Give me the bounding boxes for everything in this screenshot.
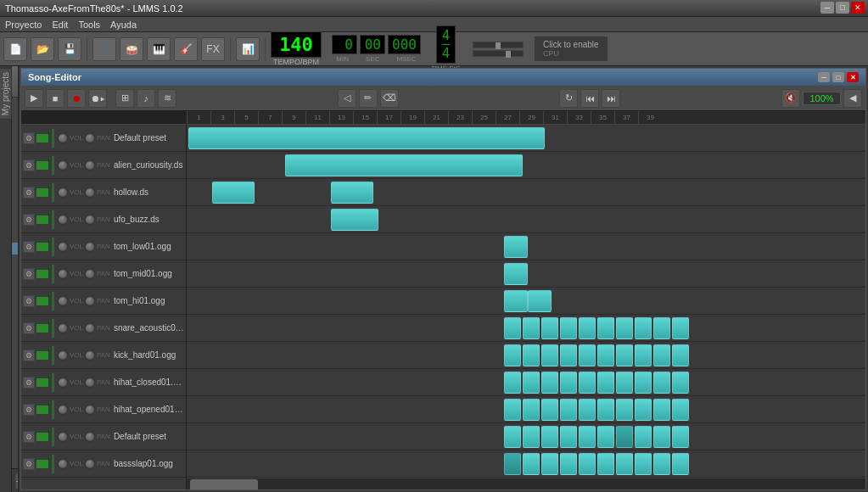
new-project-button[interactable]: 📄 (3, 37, 27, 61)
segment-12-8[interactable] (653, 453, 670, 475)
track-pan-knob-7[interactable] (85, 323, 95, 333)
tree-item-editing-note[interactable]: 🎵 editing_note_volum... (12, 313, 18, 325)
time-msec-display[interactable]: 000 (388, 35, 421, 54)
track-vol-knob-10[interactable] (58, 405, 68, 415)
track-mute-btn-6[interactable] (36, 297, 48, 305)
tree-item-thomasso[interactable]: 🎵 Thomasso-AxeFromT... (12, 243, 18, 254)
track-vol-knob-8[interactable] (58, 350, 68, 361)
segment-9-0[interactable] (504, 372, 521, 394)
segment-1-0[interactable] (285, 154, 523, 176)
track-pan-knob-9[interactable] (85, 377, 95, 388)
tree-item-capdan2[interactable]: 🎵 CapDan-ReggaeonT... (12, 171, 18, 183)
track-settings-btn-5[interactable]: ⚙ (23, 268, 35, 280)
segment-9-6[interactable] (616, 372, 633, 394)
segment-10-0[interactable] (504, 399, 521, 421)
song-editor-min-btn[interactable]: ─ (818, 72, 830, 82)
track-vol-knob-2[interactable] (58, 187, 68, 198)
segment-11-1[interactable] (523, 426, 540, 448)
add-bb-track-button[interactable]: ⊞ (115, 89, 134, 108)
segment-7-9[interactable] (672, 317, 689, 339)
close-button[interactable]: ✕ (851, 2, 865, 14)
segment-7-8[interactable] (653, 317, 670, 339)
menu-ayuda[interactable]: Ayuda (110, 20, 137, 30)
visualizer-button[interactable]: 📊 (236, 37, 260, 61)
loop-btn[interactable]: ↻ (559, 89, 578, 108)
segment-3-0[interactable] (331, 209, 378, 231)
save-project-button[interactable]: 💾 (58, 37, 81, 61)
segment-12-4[interactable] (579, 453, 596, 475)
tree-item-angryllama[interactable]: 🎵 AngryLlama-NewFan... (12, 136, 18, 148)
minimize-button[interactable]: ─ (820, 2, 834, 14)
tree-item-ogls[interactable]: 🎵 OglsdI-PpTrip.mmpz (12, 207, 18, 219)
segment-7-1[interactable] (523, 317, 540, 339)
track-pan-knob-2[interactable] (85, 187, 95, 198)
track-pan-knob-5[interactable] (85, 269, 95, 279)
track-settings-btn-2[interactable]: ⚙ (23, 187, 35, 198)
track-vol-knob-3[interactable] (58, 215, 68, 225)
segment-2-0[interactable] (212, 182, 255, 204)
zoom-display[interactable]: 100% (803, 92, 841, 105)
stop-button[interactable]: ■ (46, 89, 64, 108)
segment-12-6[interactable] (616, 453, 633, 475)
track-vol-knob-11[interactable] (58, 432, 68, 442)
segment-9-8[interactable] (653, 372, 670, 394)
mute-btn[interactable]: 🔇 (781, 89, 800, 108)
track-vol-knob-0[interactable] (58, 133, 68, 143)
track-vol-knob-1[interactable] (58, 160, 68, 171)
track-mute-btn-5[interactable] (36, 270, 48, 278)
track-content[interactable]: 1 3 5 7 9 11 13 15 17 19 21 23 25 27 (187, 111, 865, 489)
segment-0-0[interactable] (188, 127, 545, 149)
time-sig-display[interactable]: 4 4 (436, 25, 456, 63)
tree-item-esoxlb[interactable]: 🎵 EsoxLB-CPU.mmpz (12, 195, 18, 207)
track-pan-knob-0[interactable] (85, 133, 95, 143)
fx-button[interactable]: FX (201, 37, 225, 61)
tree-item-templates[interactable]: ▶ 📁 templates (12, 278, 18, 290)
track-pan-knob-6[interactable] (85, 296, 95, 306)
segment-10-4[interactable] (579, 399, 596, 421)
track-pan-knob-11[interactable] (85, 432, 95, 442)
segment-9-9[interactable] (672, 372, 689, 394)
my-projects-vtab[interactable]: My projects (0, 68, 12, 120)
segment-11-4[interactable] (579, 426, 596, 448)
segment-8-2[interactable] (541, 344, 558, 366)
segment-12-2[interactable] (541, 453, 558, 475)
segment-8-4[interactable] (579, 344, 596, 366)
track-settings-btn-9[interactable]: ⚙ (23, 377, 35, 389)
segment-11-9[interactable] (672, 426, 689, 448)
instruments-button[interactable]: 🎸 (174, 37, 198, 61)
tree-item-ashore[interactable]: 🎵 Ashore.mmpz (12, 148, 18, 159)
track-settings-btn-4[interactable]: ⚙ (23, 241, 35, 253)
track-pan-knob-8[interactable] (85, 350, 95, 361)
track-vol-knob-9[interactable] (58, 377, 68, 388)
track-settings-btn-1[interactable]: ⚙ (23, 159, 35, 171)
bb-editor-button[interactable]: 🥁 (120, 37, 143, 61)
segment-12-1[interactable] (523, 453, 540, 475)
segment-8-8[interactable] (653, 344, 670, 366)
segment-9-4[interactable] (579, 372, 596, 394)
segment-7-4[interactable] (579, 317, 596, 339)
segment-12-3[interactable] (560, 453, 577, 475)
segment-11-6[interactable] (616, 426, 633, 448)
track-mute-btn-1[interactable] (36, 161, 48, 170)
song-editor-close-btn[interactable]: ✕ (847, 72, 859, 82)
segment-8-3[interactable] (560, 344, 577, 366)
track-pan-knob-1[interactable] (85, 160, 95, 171)
master-vol-slider[interactable] (473, 50, 524, 57)
tempo-display[interactable]: 140 (271, 31, 322, 58)
master-pitch-slider[interactable] (473, 42, 524, 48)
segment-9-1[interactable] (523, 372, 540, 394)
segment-10-6[interactable] (616, 399, 633, 421)
segment-12-5[interactable] (597, 453, 614, 475)
segment-6-0[interactable] (504, 290, 528, 312)
tree-item-shovon[interactable]: 🎵 Shovon-Progressive... (12, 219, 18, 231)
track-mute-btn-9[interactable] (36, 378, 48, 387)
track-pan-knob-12[interactable] (85, 459, 95, 469)
segment-10-1[interactable] (523, 399, 540, 421)
segment-8-9[interactable] (672, 344, 689, 366)
timeline-mode-btn[interactable]: ◁ (338, 89, 356, 108)
erase-mode-btn[interactable]: ⌫ (380, 89, 399, 108)
segment-7-5[interactable] (597, 317, 614, 339)
segment-8-7[interactable] (635, 344, 652, 366)
segment-8-5[interactable] (597, 344, 614, 366)
tree-item-skiessi[interactable]: 🎵 Skiessi-C64.mmpz (12, 231, 18, 243)
